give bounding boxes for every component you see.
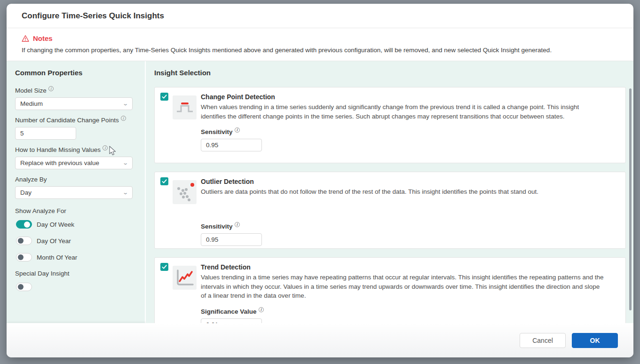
insight-description: When values trending in a time series su… <box>201 103 619 121</box>
model-size-select[interactable]: Medium ⌄ <box>15 97 133 110</box>
chevron-down-icon: ⌄ <box>122 160 128 166</box>
missing-values-select[interactable]: Replace with previous value ⌄ <box>15 157 133 169</box>
info-icon[interactable]: i <box>235 222 240 227</box>
info-icon[interactable]: i <box>48 86 54 91</box>
insight-selection-panel: Insight Selection Change Point Detection <box>146 61 633 323</box>
insight-card-trend: Trend Detection Values trending in a tim… <box>154 257 626 323</box>
configure-dialog: Configure Time-Series Quick Insights Not… <box>7 4 633 357</box>
info-icon[interactable]: i <box>121 116 126 121</box>
day-of-year-toggle[interactable] <box>16 237 32 245</box>
insight-description: Values trending in a time series may hav… <box>201 273 619 301</box>
change-point-icon <box>173 95 197 119</box>
info-icon[interactable]: i <box>103 145 108 150</box>
insight-card-change-point: Change Point Detection When values trend… <box>154 87 626 163</box>
info-icon[interactable]: i <box>259 307 264 312</box>
change-point-sensitivity-input[interactable] <box>201 139 262 151</box>
notes-body: If changing the common properties, any T… <box>22 47 618 54</box>
common-properties-panel: Common Properties Model Sizei Medium ⌄ N… <box>7 61 146 323</box>
sensitivity-label: Sensitivityi <box>201 128 619 135</box>
insight-title: Change Point Detection <box>201 93 619 101</box>
ok-button[interactable]: OK <box>572 333 618 348</box>
toggle-label: Day Of Week <box>37 221 74 228</box>
toggle-row-day-of-year: Day Of Year <box>16 237 133 245</box>
day-of-week-toggle[interactable] <box>16 220 32 229</box>
outlier-sensitivity-input[interactable] <box>201 233 262 246</box>
insight-description: Outliers are data points that do not fol… <box>201 187 619 197</box>
model-size-label: Model Sizei <box>15 87 133 94</box>
toggle-label: Month Of Year <box>37 254 77 261</box>
analyze-by-select[interactable]: Day ⌄ <box>15 186 133 199</box>
insight-title: Trend Detection <box>201 263 619 271</box>
dialog-titlebar: Configure Time-Series Quick Insights <box>7 4 633 28</box>
toggle-row-month-of-year: Month Of Year <box>16 253 133 261</box>
outlier-icon <box>173 180 197 204</box>
warning-icon <box>22 35 29 42</box>
significance-value-label: Significance Valuei <box>201 308 619 315</box>
candidate-points-input[interactable] <box>15 127 76 140</box>
sensitivity-label: Sensitivityi <box>201 223 619 230</box>
special-day-toggle[interactable] <box>16 283 32 291</box>
outlier-checkbox[interactable] <box>160 177 168 185</box>
insight-title: Outlier Detection <box>201 178 619 185</box>
model-size-value: Medium <box>20 100 43 107</box>
dialog-title: Configure Time-Series Quick Insights <box>22 11 164 21</box>
candidate-points-label: Number of Candidate Change Pointsi <box>15 117 133 124</box>
toggle-label: Day Of Year <box>37 237 71 245</box>
common-properties-heading: Common Properties <box>15 69 133 77</box>
trend-icon <box>173 266 197 290</box>
dialog-footer: Cancel OK <box>7 323 633 357</box>
toggle-row-special-day <box>16 283 133 291</box>
chevron-down-icon: ⌄ <box>122 190 128 196</box>
toggle-row-day-of-week: Day Of Week <box>16 220 133 229</box>
cancel-button[interactable]: Cancel <box>520 333 566 348</box>
info-icon[interactable]: i <box>235 127 240 133</box>
chevron-down-icon: ⌄ <box>122 101 128 107</box>
insight-selection-heading: Insight Selection <box>154 69 626 77</box>
scrollbar-thumb[interactable] <box>629 88 632 310</box>
special-day-insight-label: Special Day Insight <box>15 270 133 277</box>
trend-checkbox[interactable] <box>160 263 168 271</box>
change-point-checkbox[interactable] <box>160 93 168 101</box>
analyze-by-value: Day <box>20 189 32 196</box>
notes-title: Notes <box>33 34 53 42</box>
analyze-by-label: Analyze By <box>15 176 133 183</box>
notes-section: Notes If changing the common properties,… <box>7 28 633 61</box>
trend-significance-input[interactable] <box>201 318 262 323</box>
missing-values-label: How to Handle Missing Valuesi <box>15 146 133 153</box>
insight-card-outlier: Outlier Detection Outliers are data poin… <box>154 172 626 249</box>
missing-values-value: Replace with previous value <box>20 159 99 166</box>
month-of-year-toggle[interactable] <box>16 253 32 261</box>
show-analyze-for-label: Show Analyze For <box>15 207 133 214</box>
